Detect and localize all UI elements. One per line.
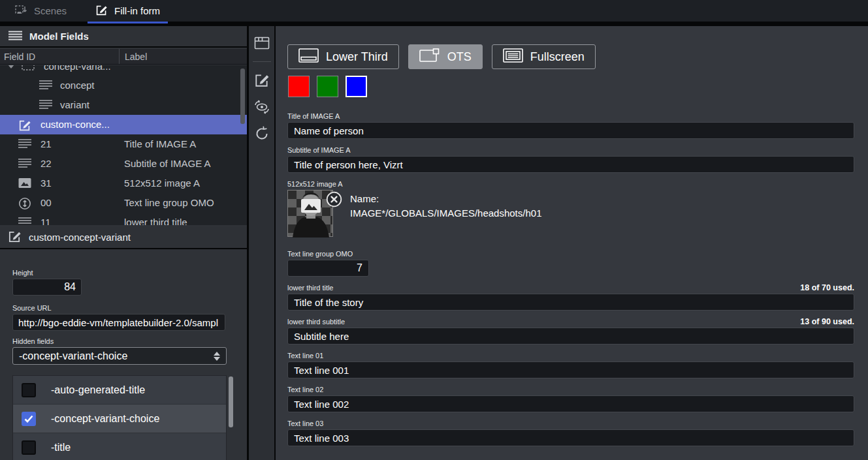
- edit-icon: [95, 4, 108, 18]
- field-text-line-01: Text line 01: [287, 352, 854, 378]
- title-of-image-a-input[interactable]: [287, 122, 854, 139]
- table-row[interactable]: concept: [0, 76, 247, 95]
- text-line-02-input[interactable]: [287, 395, 854, 412]
- field-text-line-02: Text line 02: [287, 386, 854, 412]
- table-row[interactable]: 11 lower third title: [0, 213, 247, 225]
- button-label: Fullscreen: [530, 50, 585, 64]
- field-label: Text line 02: [287, 386, 826, 393]
- field-label: Text line 03: [287, 420, 826, 427]
- checkbox[interactable]: [22, 383, 36, 397]
- table-row[interactable]: 21 Title of IMAGE A: [0, 134, 247, 154]
- image-info: Name: IMAGE*/GLOBALS/IMAGES/headshots/h0…: [350, 190, 541, 239]
- height-input[interactable]: [12, 279, 82, 296]
- table-row-selected[interactable]: custom-conce...: [0, 115, 247, 134]
- refresh-icon[interactable]: [251, 123, 273, 145]
- list-item[interactable]: -title: [13, 433, 226, 460]
- text-lines-icon: [39, 80, 52, 90]
- table-row[interactable]: 22 Subtitle of IMAGE A: [0, 154, 247, 174]
- edit-icon: [8, 230, 22, 245]
- hamburger-icon: [8, 31, 22, 42]
- field-lower-third-title: lower third title 18 of 70 used.: [287, 284, 854, 311]
- swatch-blue[interactable]: [346, 76, 367, 97]
- field-subtitle-of-image-a: Subtitle of IMAGE A: [287, 146, 854, 173]
- fullscreen-button[interactable]: Fullscreen: [492, 44, 596, 69]
- edit-icon[interactable]: [251, 69, 273, 91]
- table-row[interactable]: concept-varia...: [0, 65, 247, 76]
- hidden-fields-label: Hidden fields: [12, 337, 235, 345]
- field-label: 512x512 image A: [287, 180, 826, 188]
- tab-scenes[interactable]: Scenes: [0, 0, 81, 22]
- lower-third-subtitle-input[interactable]: [287, 328, 854, 345]
- field-id: 00: [40, 197, 52, 208]
- field-tree-list: concept-varia... concept: [0, 65, 247, 225]
- window-icon[interactable]: [251, 32, 273, 54]
- char-counter: 18 of 70 used.: [800, 283, 854, 292]
- table-row[interactable]: 00 Text line group OMO: [0, 193, 247, 213]
- toolbar-divider: [253, 61, 271, 62]
- select-value: -concept-variant-choice: [19, 350, 127, 362]
- field-id: variant: [60, 99, 89, 110]
- text-line-group-omo-input[interactable]: [287, 260, 369, 277]
- field-id: 11: [40, 217, 51, 225]
- column-label[interactable]: Label: [120, 52, 147, 62]
- field-label: Text line 01: [287, 352, 826, 360]
- text-line-03-input[interactable]: [287, 429, 854, 446]
- tab-fill-in-form[interactable]: Fill-in form: [81, 0, 174, 22]
- text-lines-icon: [39, 99, 52, 110]
- option-label: -title: [51, 442, 71, 453]
- lower-third-title-input[interactable]: [287, 294, 854, 311]
- side-toolbar: [249, 26, 276, 460]
- lower-third-icon: [298, 48, 319, 66]
- preview-eye-icon[interactable]: [251, 96, 273, 118]
- tab-label: Fill-in form: [114, 5, 160, 16]
- selected-field-header: custom-concept-variant: [0, 226, 247, 249]
- select-arrows-icon: [214, 352, 220, 361]
- ots-button[interactable]: OTS: [408, 44, 483, 69]
- swatch-green[interactable]: [317, 76, 338, 97]
- hidden-fields-listbox-wrap: -auto-generated-title -concept-variant-c…: [12, 375, 234, 460]
- column-field-id[interactable]: Field ID: [0, 49, 120, 64]
- field-label: Subtitle of IMAGE A: [124, 158, 211, 169]
- app-window: Scenes Fill-in form Model Fie: [0, 0, 868, 460]
- text-line-01-input[interactable]: [287, 361, 854, 378]
- tab-label: Scenes: [34, 5, 67, 16]
- button-label: Lower Third: [326, 50, 388, 64]
- image-icon: [18, 177, 31, 189]
- source-url-input[interactable]: [12, 314, 225, 331]
- checkbox[interactable]: [22, 440, 36, 455]
- table-row[interactable]: variant: [0, 95, 247, 115]
- field-label: Text line group OMO: [287, 250, 826, 258]
- model-fields-header: Model Fields: [0, 26, 247, 48]
- expand-caret-icon[interactable]: [8, 65, 14, 69]
- height-label: Height: [12, 269, 235, 277]
- table-row[interactable]: 31 512x512 image A: [0, 174, 247, 193]
- field-id: concept-varia...: [44, 65, 111, 72]
- fullscreen-icon: [503, 48, 523, 66]
- hidden-fields-listbox: -auto-generated-title -concept-variant-c…: [12, 375, 227, 460]
- field-label: 512x512 image A: [124, 177, 200, 189]
- list-item[interactable]: -concept-variant-choice: [13, 405, 226, 433]
- selected-field-title: custom-concept-variant: [29, 232, 131, 243]
- checkbox[interactable]: [22, 412, 36, 426]
- top-tab-bar: Scenes Fill-in form: [0, 0, 868, 22]
- field-id: 22: [40, 158, 52, 169]
- ots-icon: [419, 48, 440, 66]
- subtitle-of-image-a-input[interactable]: [287, 156, 854, 173]
- image-path: IMAGE*/GLOBALS/IMAGES/headshots/h01: [350, 206, 541, 221]
- button-label: OTS: [447, 50, 472, 64]
- list-item[interactable]: -auto-generated-title: [13, 376, 226, 405]
- field-label: lower third subtitle: [287, 318, 826, 326]
- field-lower-third-subtitle: lower third subtitle 13 of 90 used.: [287, 318, 854, 345]
- option-label: -concept-variant-choice: [51, 413, 159, 425]
- source-url-label: Source URL: [12, 304, 235, 312]
- clear-image-button[interactable]: [326, 191, 342, 207]
- number-icon: [18, 197, 31, 210]
- field-id: 31: [40, 177, 52, 189]
- lower-third-button[interactable]: Lower Third: [287, 44, 399, 69]
- variant-buttons: Lower Third OTS: [287, 44, 854, 69]
- tree-scrollbar-thumb[interactable]: [240, 69, 245, 124]
- listbox-scrollbar-thumb[interactable]: [229, 376, 233, 427]
- group-dashed-icon: [22, 65, 35, 70]
- hidden-fields-select[interactable]: -concept-variant-choice: [12, 347, 227, 365]
- swatch-red[interactable]: [288, 76, 310, 97]
